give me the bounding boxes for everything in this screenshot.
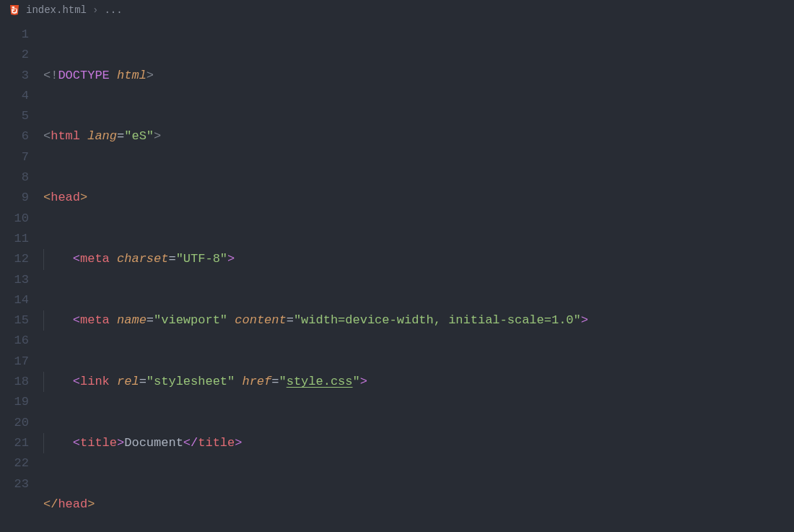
line-number: 16 xyxy=(0,331,29,351)
code-line[interactable]: </head> xyxy=(43,494,794,515)
line-number: 10 xyxy=(0,209,29,229)
line-number: 9 xyxy=(0,188,29,208)
chevron-right-icon: › xyxy=(92,4,98,16)
line-number: 3 xyxy=(0,66,29,86)
line-number: 1 xyxy=(0,25,29,45)
line-number: 14 xyxy=(0,290,29,310)
code-line[interactable]: <meta charset="UTF-8"> xyxy=(43,249,794,269)
line-number: 21 xyxy=(0,433,29,453)
breadcrumb-ellipsis[interactable]: ... xyxy=(104,4,122,16)
line-number: 19 xyxy=(0,392,29,412)
code-line[interactable]: <meta name="viewport" content="width=dev… xyxy=(43,310,794,331)
line-number: 22 xyxy=(0,453,29,474)
code-content[interactable]: <!DOCTYPE html> <html lang="eS"> <head> … xyxy=(43,20,794,532)
line-number: 2 xyxy=(0,45,29,65)
line-number: 12 xyxy=(0,249,29,269)
line-number: 4 xyxy=(0,86,29,106)
code-editor[interactable]: 1 2 3 4 5 6 7 8 9 10 11 12 13 14 15 16 1… xyxy=(0,20,794,532)
line-number: 13 xyxy=(0,270,29,290)
line-number: 18 xyxy=(0,372,29,392)
line-number: 11 xyxy=(0,229,29,249)
code-line[interactable]: <html lang="eS"> xyxy=(43,126,794,147)
line-number: 23 xyxy=(0,474,29,494)
breadcrumb: index.html › ... xyxy=(0,0,794,20)
line-number: 6 xyxy=(0,126,29,147)
line-number: 5 xyxy=(0,106,29,126)
breadcrumb-file[interactable]: index.html xyxy=(26,4,87,16)
line-number: 17 xyxy=(0,352,29,372)
code-line[interactable]: <link rel="stylesheet" href="style.css"> xyxy=(43,372,794,392)
line-number: 15 xyxy=(0,310,29,331)
code-line[interactable]: <head> xyxy=(43,188,794,208)
line-number: 20 xyxy=(0,413,29,433)
html-file-icon xyxy=(9,4,20,16)
code-line[interactable]: <!DOCTYPE html> xyxy=(43,66,794,86)
line-number: 8 xyxy=(0,167,29,188)
line-number: 7 xyxy=(0,147,29,167)
line-number-gutter: 1 2 3 4 5 6 7 8 9 10 11 12 13 14 15 16 1… xyxy=(0,20,43,532)
code-line[interactable]: <title>Document</title> xyxy=(43,433,794,453)
